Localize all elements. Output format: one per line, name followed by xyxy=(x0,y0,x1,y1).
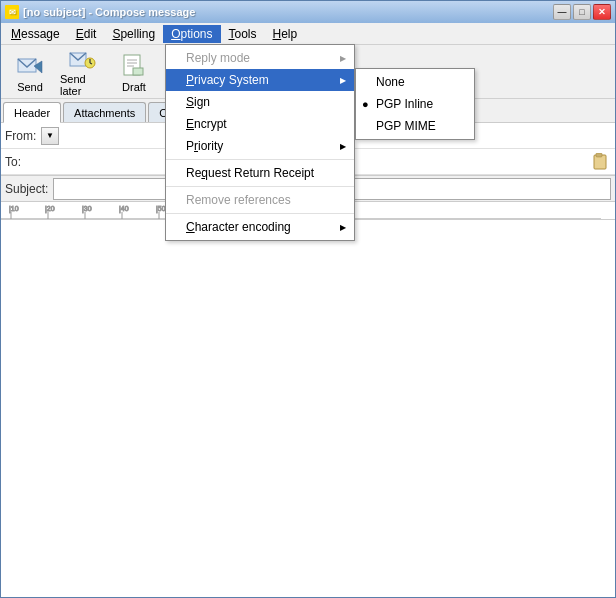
svg-rect-12 xyxy=(596,153,602,157)
check-icon: ● xyxy=(362,98,369,110)
to-label: To: xyxy=(5,155,41,169)
from-label: From: xyxy=(5,129,41,143)
body-area[interactable] xyxy=(1,220,615,597)
svg-text:|10: |10 xyxy=(9,205,19,213)
menu-return-receipt[interactable]: Request Return Receipt xyxy=(166,162,354,184)
privacy-submenu: None ● PGP Inline PGP MIME xyxy=(355,68,475,140)
from-dropdown[interactable]: ▼ xyxy=(41,127,59,145)
menu-encrypt[interactable]: Encrypt xyxy=(166,113,354,135)
privacy-pgp-inline[interactable]: ● PGP Inline xyxy=(356,93,474,115)
tab-attachments[interactable]: Attachments xyxy=(63,102,146,122)
subject-label: Subject: xyxy=(5,182,53,196)
menu-item-options[interactable]: Options xyxy=(163,25,220,43)
menu-item-help[interactable]: Help xyxy=(265,25,306,43)
maximize-button[interactable]: □ xyxy=(573,4,591,20)
draft-icon xyxy=(120,51,148,79)
send-later-icon xyxy=(68,47,96,71)
svg-text:|30: |30 xyxy=(82,205,92,213)
title-bar-controls: — □ ✕ xyxy=(553,4,611,20)
title-bar-text: ✉ [no subject] - Compose message xyxy=(5,5,195,19)
menu-item-spelling[interactable]: Spelling xyxy=(104,25,163,43)
minimize-button[interactable]: — xyxy=(553,4,571,20)
menu-sign[interactable]: Sign xyxy=(166,91,354,113)
privacy-pgp-mime[interactable]: PGP MIME xyxy=(356,115,474,137)
send-icon xyxy=(16,51,44,79)
separator-1 xyxy=(166,159,354,160)
send-later-button[interactable]: Send later xyxy=(57,48,107,96)
tab-header[interactable]: Header xyxy=(3,102,61,123)
svg-rect-10 xyxy=(133,68,143,75)
privacy-none[interactable]: None xyxy=(356,71,474,93)
title-bar: ✉ [no subject] - Compose message — □ ✕ xyxy=(1,1,615,23)
menu-item-message[interactable]: Message xyxy=(3,25,68,43)
svg-text:|20: |20 xyxy=(45,205,55,213)
attach-icon[interactable] xyxy=(589,151,611,173)
compose-window: ✉ [no subject] - Compose message — □ ✕ M… xyxy=(0,0,616,598)
menu-item-tools[interactable]: Tools xyxy=(221,25,265,43)
window-title: [no subject] - Compose message xyxy=(23,6,195,18)
draft-label: Draft xyxy=(122,81,146,93)
svg-text:|40: |40 xyxy=(119,205,129,213)
menu-privacy-system[interactable]: Privacy System xyxy=(166,69,354,91)
menu-remove-references[interactable]: Remove references xyxy=(166,189,354,211)
send-label: Send xyxy=(17,81,43,93)
menu-priority[interactable]: Priority xyxy=(166,135,354,157)
send-button[interactable]: Send xyxy=(5,48,55,96)
menu-bar: Message Edit Spelling Options Tools Help xyxy=(1,23,615,45)
separator-3 xyxy=(166,213,354,214)
menu-char-encoding[interactable]: Character encoding xyxy=(166,216,354,238)
window-icon: ✉ xyxy=(5,5,19,19)
close-button[interactable]: ✕ xyxy=(593,4,611,20)
menu-item-edit[interactable]: Edit xyxy=(68,25,105,43)
menu-reply-mode[interactable]: Reply mode xyxy=(166,47,354,69)
send-later-label: Send later xyxy=(60,73,104,97)
options-dropdown: Reply mode Privacy System Sign Encrypt P… xyxy=(165,44,355,241)
separator-2 xyxy=(166,186,354,187)
draft-button[interactable]: Draft xyxy=(109,48,159,96)
